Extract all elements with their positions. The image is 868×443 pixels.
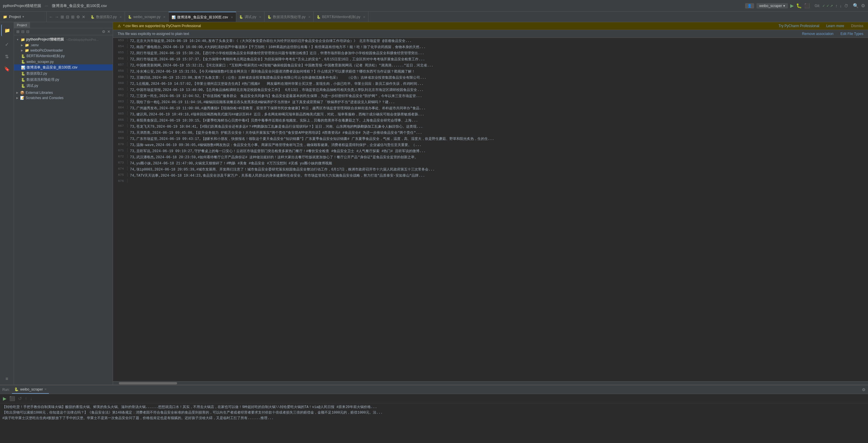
tree-scratches[interactable]: ▶ 📝 Scratches and Consoles (14, 95, 113, 100)
tab-bert[interactable]: 🐍 BERT和Attention机制.py ✕ (314, 12, 369, 22)
tab-close-icon[interactable]: ✕ (308, 16, 310, 19)
tree-data-fetch[interactable]: 🐍 数据抓取2.py (14, 70, 113, 77)
tree-ext-libs[interactable]: ▶ 📦 External Libraries (14, 90, 113, 95)
run-rerun-button[interactable]: ↺ (18, 395, 23, 402)
code-view[interactable]: 653 72,北京大兴市场监管,2024-06-19 16:24:40,发布了头… (113, 38, 868, 381)
settings-icon[interactable]: ⚙ (861, 3, 865, 8)
sidebar-toolbar: ⊞ ⊟ ⊟ ⚙ ✕ (14, 28, 113, 35)
run-down-button[interactable]: ↓ (29, 395, 33, 402)
run-settings-icon[interactable]: ⚙ (862, 387, 866, 392)
project-selector[interactable]: 📁 Project ▾ (0, 12, 46, 22)
sidebar-tab-project[interactable]: Project (14, 22, 30, 28)
tab-data-fetch[interactable]: 🐍 数据抓取2.py ✕ (88, 12, 125, 22)
try-professional-link[interactable]: Try PyCharm Professional (779, 24, 819, 28)
tab-py-icon: 🐍 (91, 15, 95, 19)
side-nav-bookmarks[interactable]: 🔖 (1, 63, 13, 75)
run-panel: Run: 🐍 weibo_scraper ✕ ⚙ ▶ ⬛ ↺ ↑ ↓ 【转给吃货… (0, 385, 868, 443)
tree-root-label: pythonProject情绪挖掘 (26, 37, 64, 42)
tree-weibopic[interactable]: ▶ 📁 weiboPicDownloader (14, 48, 113, 53)
layout-icon[interactable]: ⊞ (61, 14, 64, 19)
stop-icon[interactable]: ⬛ (804, 3, 810, 8)
app-title: pythonProject情绪挖掘 (3, 3, 41, 8)
line-num-663: 663 (113, 99, 128, 103)
close-toolbar-icon[interactable]: ✕ (82, 14, 85, 19)
line-num-674: 674 (113, 167, 128, 171)
tab-close-icon[interactable]: ✕ (231, 16, 233, 19)
git-pull-icon[interactable]: ↓ (840, 3, 842, 8)
sidebar-settings-icon[interactable]: ⚙ (102, 29, 105, 34)
tree-label: 数据抓取2.py (27, 71, 47, 76)
run-play-button[interactable]: ▶ (2, 395, 7, 402)
project-icon: 📁 (4, 28, 10, 33)
tab-close-icon[interactable]: ✕ (363, 16, 365, 19)
csv-warning-text: *.csv files are supported by PyCharm Pro… (123, 24, 201, 28)
learn-more-link[interactable]: Learn more (826, 24, 844, 28)
tab-close-icon[interactable]: ✕ (259, 16, 261, 19)
horizontal-scrollbar[interactable] (113, 381, 868, 385)
tab-close-icon[interactable]: ✕ (119, 16, 122, 19)
code-line-668: 668 73,天津西青,2024-06-19 09:45:00,【提升业务能力 … (113, 130, 868, 136)
run-up-button[interactable]: ↑ (24, 395, 28, 402)
tree-folder-icon: 📝 (20, 96, 25, 100)
pull-requests-icon: ⇅ (5, 54, 9, 59)
tree-file-icon: 📊 (21, 66, 25, 70)
navigate-forward-icon[interactable]: → (55, 14, 59, 19)
tab-weibo-scraper[interactable]: 🐍 weibo_scraper.py ✕ (125, 12, 169, 22)
line-content-657: 72,中国教育新闻网,2024-06-19 15:32:21,【河北张家口："互… (128, 62, 436, 68)
navigate-back-icon[interactable]: ← (49, 14, 53, 19)
tab-data-clean[interactable]: 🐍 数据清洗和预处理.py ✕ (265, 12, 314, 22)
tree-weibo-scraper-py[interactable]: 🐍 weibo_scraper.py (14, 59, 113, 64)
side-nav-marks[interactable]: ≡ (1, 373, 13, 385)
line-content-670: 73,温御-wave,2024-06-19 09:36:05,#椒锅致数#网友热… (128, 142, 424, 148)
tree-bert-py[interactable]: 🐍 BERT和Attention机制.py (14, 53, 113, 59)
tree-debug[interactable]: 🐍 调试.py (14, 83, 113, 89)
tab-debug[interactable]: 🐍 调试.py ✕ (236, 12, 265, 22)
git-history-icon[interactable]: ⏱ (844, 3, 848, 8)
run-icon[interactable]: ▶ (790, 3, 794, 8)
code-line-666: 666 73,阜阳美食探店,2024-06-19 10:39:15,【#夏季吃海… (113, 117, 868, 124)
run-stop-button[interactable]: ⬛ (9, 395, 16, 402)
project-dropdown[interactable]: ▾ (23, 15, 24, 19)
tree-file-icon: 🐍 (21, 72, 25, 76)
scraper-label: weibo_scraper (760, 4, 782, 8)
titlebar: pythonProject情绪挖掘 — 微博清单_食品安全_前100页.csv … (0, 0, 868, 12)
line-num-659: 659 (113, 75, 128, 79)
side-nav: 📁 ✓ ⇅ 🔖 ≡ (0, 22, 14, 385)
git-push-icon[interactable]: ↑ (835, 3, 837, 8)
sidebar-split-icon[interactable]: ⊟ (26, 29, 29, 34)
tree-csv-file[interactable]: 📊 微博清单_食品安全_前100页.csv (14, 64, 113, 70)
side-nav-commit[interactable]: ✓ (1, 38, 13, 50)
scrollbar-thumb[interactable] (119, 382, 177, 384)
edit-file-types-link[interactable]: Edit File Types (841, 32, 863, 36)
settings-toolbar-icon[interactable]: ⚙ (76, 14, 80, 19)
reassign-text: This file was explicitly re-assigned to … (118, 32, 189, 36)
line-num-669: 669 (113, 136, 128, 140)
run-tab-weibo-scraper[interactable]: 🐍 weibo_scraper ✕ (12, 385, 49, 394)
search-icon[interactable]: 🔍 (853, 3, 859, 8)
debug-icon[interactable]: 🐛 (796, 3, 802, 8)
tree-arrow-icon: ▶ (21, 44, 23, 47)
split-icon[interactable]: ⊟ (66, 14, 69, 19)
sidebar-layout-icon[interactable]: ⊞ (16, 29, 20, 34)
side-nav-project[interactable]: 📁 (1, 25, 13, 36)
user-icon[interactable]: 👤 (745, 3, 754, 8)
sidebar-nav-icon[interactable]: ⊟ (21, 29, 25, 34)
scraper-selector[interactable]: weibo_scraper ▾ (756, 3, 788, 8)
remove-association-link[interactable]: Remove association (802, 32, 833, 36)
sidebar-tabs: Project (14, 22, 113, 28)
line-content-654: 72,南昌广播电视台,2024-06-19 16:00:00,#大妈吃清炒葫芦中… (128, 44, 428, 50)
tab-label: weibo_scraper.py (133, 15, 160, 19)
run-tab-close-icon[interactable]: ✕ (44, 388, 46, 391)
sidebar-close-icon[interactable]: ✕ (107, 29, 111, 34)
tab-close-icon[interactable]: ✕ (163, 16, 165, 19)
tree-venv[interactable]: ▶ 📁 .venv (14, 42, 113, 48)
tree-arrow-icon: ▶ (16, 91, 18, 94)
tree-data-clean[interactable]: 🐍 数据清洗和预处理.py (14, 77, 113, 83)
csv-dismiss-button[interactable]: Dismiss (851, 24, 863, 28)
split-vert-icon[interactable]: ⊞ (71, 14, 74, 19)
tab-csv[interactable]: 📊 微博清单_食品安全_前100页.csv ✕ (169, 12, 236, 22)
code-line-654: 654 72,南昌广播电视台,2024-06-19 16:00:00,#大妈吃清… (113, 44, 868, 50)
tree-folder-icon: 📁 (21, 38, 25, 42)
tree-root[interactable]: ▼ 📁 pythonProject情绪挖掘 ~/Desktop/pythonPr… (14, 36, 113, 42)
side-nav-pull-requests[interactable]: ⇅ (1, 51, 13, 62)
